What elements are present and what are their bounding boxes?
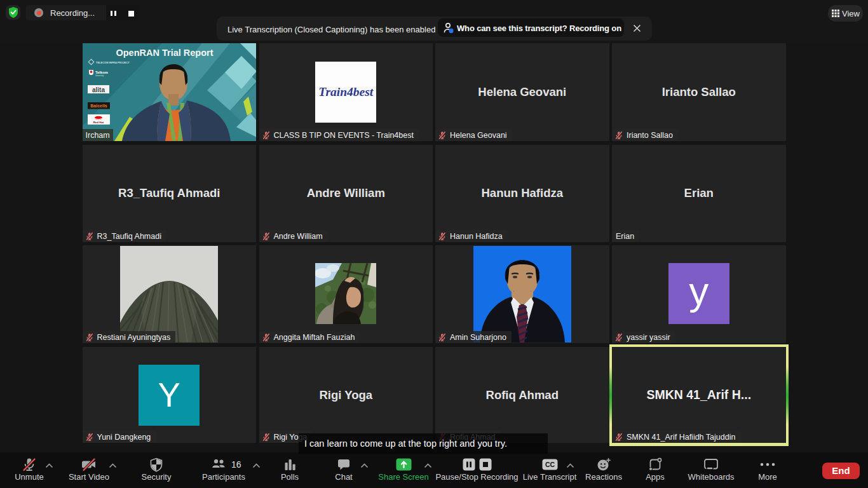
svg-text:TELECOM INFRA PROJECT: TELECOM INFRA PROJECT <box>96 61 130 64</box>
svg-text:University: University <box>95 74 104 77</box>
svg-text:OpenRAN Trial Report: OpenRAN Trial Report <box>116 48 213 58</box>
svg-text:alita: alita <box>92 86 104 93</box>
svg-text:Telkom: Telkom <box>95 71 108 74</box>
svg-text:Red Hat: Red Hat <box>93 121 104 124</box>
svg-text:Baicells: Baicells <box>90 104 107 108</box>
svg-text:CC: CC <box>545 461 555 468</box>
